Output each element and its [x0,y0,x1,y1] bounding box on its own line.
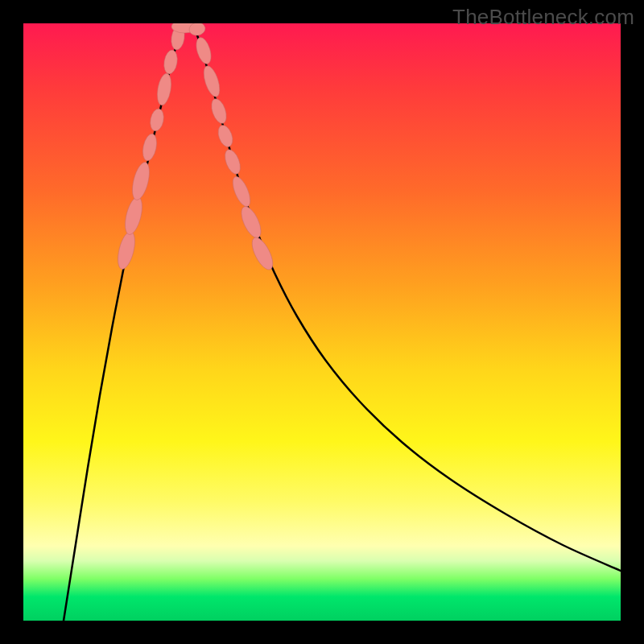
watermark-text: TheBottleneck.com [452,5,634,30]
marker-left-4 [148,108,165,133]
plot-area [23,23,621,621]
marker-plateau-1 [188,23,206,37]
marker-right-4 [222,147,243,176]
series-right-curve [192,23,621,571]
marker-right-5 [229,174,254,208]
marker-right-1 [200,64,223,99]
marker-right-0 [193,35,213,65]
chart-svg [23,23,621,621]
marker-layer [114,23,277,273]
marker-right-2 [208,97,229,125]
curve-layer [64,23,621,621]
marker-right-6 [237,204,265,241]
marker-left-2 [129,161,152,202]
marker-right-3 [216,123,236,149]
marker-left-3 [141,133,159,163]
marker-left-0 [114,230,138,271]
marker-left-6 [163,49,179,75]
series-left-curve [64,23,184,621]
chart-container: TheBottleneck.com [0,0,644,644]
marker-left-5 [155,72,174,106]
marker-left-1 [122,196,145,237]
